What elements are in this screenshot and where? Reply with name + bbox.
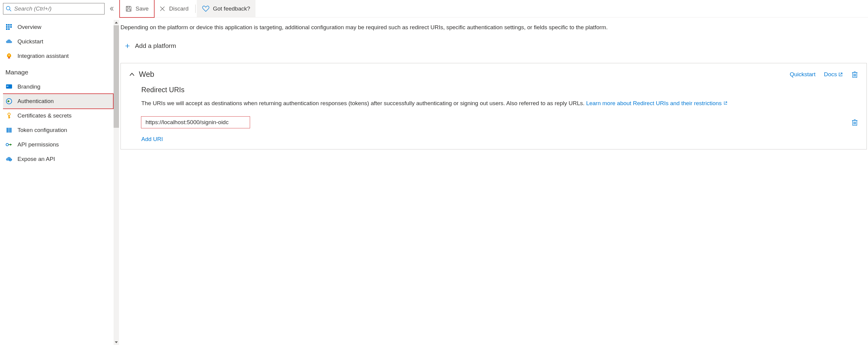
sidebar-item-integration[interactable]: Integration assistant bbox=[3, 49, 113, 63]
sidebar-item-label: Integration assistant bbox=[18, 53, 69, 59]
svg-rect-25 bbox=[127, 6, 129, 8]
feedback-button[interactable]: Got feedback? bbox=[197, 0, 256, 17]
svg-point-10 bbox=[8, 55, 10, 56]
search-input[interactable] bbox=[14, 5, 102, 12]
add-platform-button[interactable]: ＋ Add a platform bbox=[124, 40, 176, 51]
sidebar-item-label: Authentication bbox=[18, 98, 54, 104]
card-header: Web Quickstart Docs bbox=[129, 70, 858, 79]
svg-rect-9 bbox=[8, 28, 10, 30]
save-icon bbox=[125, 5, 132, 12]
svg-rect-7 bbox=[10, 26, 12, 28]
sidebar-item-quickstart[interactable]: Quickstart bbox=[3, 34, 113, 49]
uri-row: https://localhost:5000/signin-oidc bbox=[141, 117, 858, 128]
sidebar-item-tokencfg[interactable]: Token configuration bbox=[3, 123, 113, 137]
close-icon bbox=[159, 6, 165, 12]
scrollbar-up-icon[interactable] bbox=[114, 20, 119, 25]
svg-rect-8 bbox=[6, 28, 7, 30]
uri-value: https://localhost:5000/signin-oidc bbox=[146, 119, 229, 125]
external-link-icon bbox=[838, 72, 843, 77]
content: Depending on the platform or device this… bbox=[119, 18, 868, 345]
redirect-desc-text: The URIs we will accept as destinations … bbox=[141, 100, 586, 106]
add-uri-button[interactable]: Add URI bbox=[141, 136, 163, 143]
intro-text: Depending on the platform or device this… bbox=[121, 23, 868, 32]
sidebar-item-overview[interactable]: Overview bbox=[3, 20, 113, 34]
learn-more-label: Learn more about Redirect URIs and their… bbox=[586, 100, 721, 106]
uri-input[interactable]: https://localhost:5000/signin-oidc bbox=[141, 117, 250, 128]
auth-icon bbox=[5, 98, 13, 105]
redirect-uris-header: Redirect URIs bbox=[141, 86, 858, 94]
external-link-icon bbox=[723, 101, 727, 105]
card-body: Redirect URIs The URIs we will accept as… bbox=[141, 79, 858, 142]
sidebar-item-label: API permissions bbox=[18, 141, 59, 148]
sidebar-item-label: Overview bbox=[18, 24, 41, 30]
redirect-desc: The URIs we will accept as destinations … bbox=[141, 99, 858, 108]
svg-rect-17 bbox=[7, 128, 8, 133]
api-perm-icon bbox=[5, 141, 13, 148]
learn-more-link[interactable]: Learn more about Redirect URIs and their… bbox=[586, 100, 727, 106]
svg-rect-2 bbox=[6, 24, 7, 26]
sidebar: Overview Quickstart Integration assistan… bbox=[0, 0, 119, 345]
sidebar-scroll: Overview Quickstart Integration assistan… bbox=[3, 20, 119, 345]
svg-rect-26 bbox=[127, 9, 130, 11]
cloud-icon bbox=[5, 38, 13, 45]
sidebar-item-branding[interactable]: Branding bbox=[3, 80, 113, 94]
svg-rect-4 bbox=[10, 24, 12, 26]
svg-rect-6 bbox=[8, 26, 10, 28]
rocket-icon bbox=[5, 53, 13, 60]
search-icon bbox=[6, 6, 12, 12]
docs-label: Docs bbox=[824, 71, 837, 78]
quickstart-link[interactable]: Quickstart bbox=[790, 71, 815, 78]
svg-point-24 bbox=[10, 160, 11, 161]
svg-line-1 bbox=[10, 10, 11, 11]
toolbar: Save Discard Got feedback? bbox=[119, 0, 868, 18]
svg-rect-19 bbox=[10, 128, 11, 133]
branding-icon bbox=[5, 83, 13, 90]
discard-button[interactable]: Discard bbox=[154, 0, 194, 17]
sidebar-item-label: Branding bbox=[18, 84, 40, 90]
sidebar-item-label: Certificates & secrets bbox=[18, 113, 72, 119]
svg-point-20 bbox=[6, 144, 8, 146]
svg-rect-3 bbox=[8, 24, 10, 26]
plus-icon: ＋ bbox=[124, 40, 131, 51]
sidebar-item-certificates[interactable]: Certificates & secrets bbox=[3, 108, 113, 123]
docs-link[interactable]: Docs bbox=[824, 71, 843, 78]
search-row bbox=[3, 3, 119, 14]
token-icon bbox=[5, 127, 13, 134]
toolbar-divider bbox=[195, 4, 195, 13]
card-title: Web bbox=[139, 70, 785, 79]
svg-rect-18 bbox=[8, 128, 10, 133]
svg-rect-16 bbox=[8, 117, 10, 118]
scrollbar-down-icon[interactable] bbox=[114, 340, 119, 345]
sidebar-item-label: Token configuration bbox=[18, 127, 67, 133]
feedback-label: Got feedback? bbox=[213, 5, 250, 12]
add-platform-label: Add a platform bbox=[135, 42, 176, 50]
heart-icon bbox=[202, 5, 209, 12]
chevron-up-icon[interactable] bbox=[129, 73, 135, 76]
sidebar-item-authentication[interactable]: Authentication bbox=[3, 94, 113, 108]
key-icon bbox=[5, 112, 13, 119]
search-box[interactable] bbox=[3, 3, 104, 14]
expose-api-icon bbox=[5, 155, 13, 163]
sidebar-item-label: Quickstart bbox=[18, 38, 43, 45]
save-button[interactable]: Save bbox=[120, 0, 154, 17]
sidebar-item-exposeapi[interactable]: Expose an API bbox=[3, 152, 113, 166]
svg-rect-15 bbox=[8, 116, 10, 118]
delete-platform-button[interactable] bbox=[851, 71, 858, 78]
svg-point-0 bbox=[6, 6, 10, 10]
svg-point-14 bbox=[8, 113, 10, 116]
svg-rect-5 bbox=[6, 26, 7, 28]
main: Save Discard Got feedback? Depending on … bbox=[119, 0, 868, 345]
delete-uri-button[interactable] bbox=[851, 119, 858, 126]
card-links: Quickstart Docs bbox=[790, 71, 858, 78]
svg-rect-12 bbox=[7, 86, 8, 87]
discard-label: Discard bbox=[169, 5, 188, 12]
sidebar-item-apiperm[interactable]: API permissions bbox=[3, 137, 113, 152]
sidebar-item-label: Expose an API bbox=[18, 156, 55, 162]
save-label: Save bbox=[135, 5, 149, 12]
section-manage-header: Manage bbox=[3, 63, 113, 80]
grid-icon bbox=[5, 24, 13, 31]
scrollbar-thumb[interactable] bbox=[114, 25, 119, 128]
collapse-sidebar-icon[interactable] bbox=[107, 4, 116, 13]
platform-card-web: Web Quickstart Docs Redirect URIs bbox=[121, 63, 867, 149]
